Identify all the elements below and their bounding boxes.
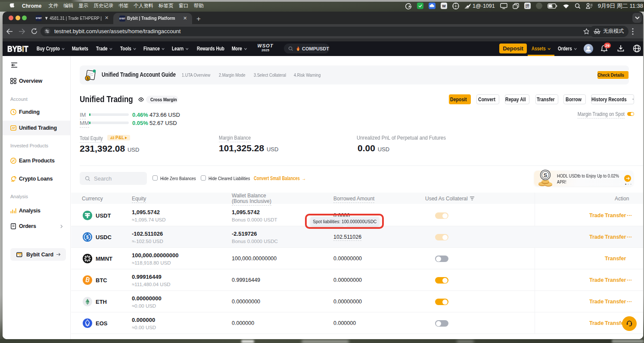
svg-text:$: $ — [87, 76, 89, 81]
svg-text:$: $ — [86, 234, 89, 240]
svg-text:S: S — [544, 172, 548, 178]
svg-text:W: W — [442, 4, 446, 8]
